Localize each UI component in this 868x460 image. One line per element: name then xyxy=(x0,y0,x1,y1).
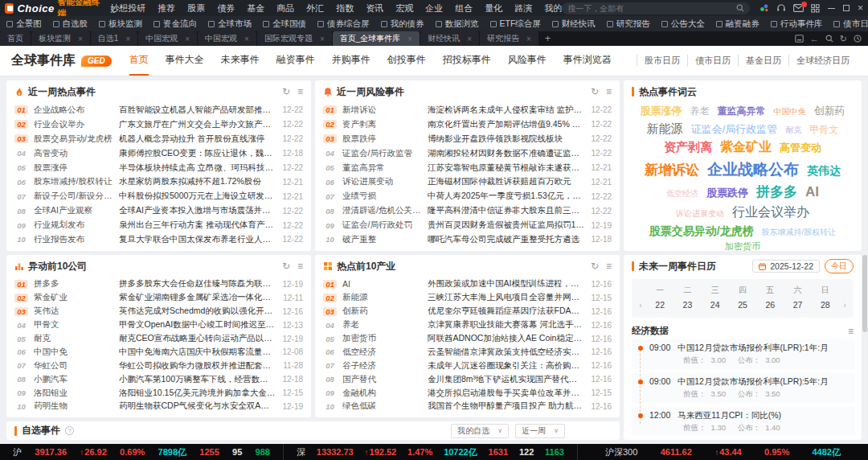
calendar-link[interactable]: 股市日历 xyxy=(637,55,687,67)
event-row[interactable]: 10 行业报告发布 复旦大学联合中国太保发布养老行业人才供需白皮书 12-22 xyxy=(14,234,303,245)
event-row[interactable]: 02 紫金矿业 紫金矿业湖南锂多金属矿采选冶一体化项目正式投产 12-11 xyxy=(14,292,303,303)
cloud-word[interactable]: 证监会/局行政监管 xyxy=(691,121,778,138)
cloud-word[interactable]: AI xyxy=(805,182,819,203)
prev-week-icon[interactable]: ‹ xyxy=(635,300,646,310)
cloud-word[interactable]: 行业会议举办 xyxy=(732,203,809,223)
main-menu-item[interactable]: 债券 xyxy=(217,2,235,14)
tab-close-icon[interactable]: × xyxy=(125,35,130,43)
event-row[interactable]: 01 拼多多 拼多多股东大会任命赵佳臻与陈磊为联席董事长兼CEO 12-19 xyxy=(14,278,303,290)
event-row[interactable]: 02 行业会议举办 广东文旅厅在广州文交会上举办文旅产业招商活动 12-22 xyxy=(14,119,303,130)
page-nav-item[interactable]: 创投事件 xyxy=(387,46,426,76)
event-row[interactable]: 09 金融机构 港交所拟启动港股每手买卖单位改革并启动市场咨询 12-15 xyxy=(323,388,612,399)
filter-dropdown[interactable]: 我的自选 ∨ xyxy=(451,424,509,438)
close-button[interactable]: × xyxy=(858,4,863,12)
main-menu-item[interactable]: 企业 xyxy=(425,2,443,14)
cloud-word[interactable]: 养老 xyxy=(690,104,710,119)
list-menu-icon[interactable]: ≡ xyxy=(848,326,854,337)
toolbar-item[interactable]: 财经快讯 xyxy=(552,18,596,30)
event-row[interactable]: 06 诉讼进展变动 正海磁材国际仲裁胜诉获赔超百万欧元 12-21 xyxy=(323,176,612,187)
refresh-icon[interactable]: ↻ xyxy=(591,261,599,272)
date-picker[interactable]: 2025-12-22 xyxy=(752,260,820,273)
calendar-day[interactable]: 26 xyxy=(762,298,778,312)
event-row[interactable]: 05 董监高异常 江苏安靠智电原董秘黄节根敲诈未遂获刑7年 12-21 xyxy=(323,162,612,174)
cloud-word[interactable]: 创新药 xyxy=(814,103,845,119)
page-nav-item[interactable]: 并购事件 xyxy=(332,46,371,76)
toolbar-item[interactable]: 行动事件库 xyxy=(771,18,823,30)
event-row[interactable]: 02 资产剥离 南京化纤置出资产加期评估增值9.45% 长期股权评估增值超490… xyxy=(323,119,612,130)
history-clock-icon[interactable] xyxy=(854,35,862,43)
maximize-button[interactable] xyxy=(843,5,850,11)
main-menu-item[interactable]: 资讯 xyxy=(366,2,383,14)
tab[interactable]: 中国宏观 × xyxy=(198,31,256,46)
calendar-link[interactable]: 债市日历 xyxy=(687,55,738,67)
calendar-day[interactable]: 28 xyxy=(817,298,833,312)
toolbar-item[interactable]: 研究报告 xyxy=(607,18,650,30)
event-row[interactable]: 06 低空经济 云圣智能借京津冀政策支持低空经济实现营收数亿元增长 12-16 xyxy=(323,347,612,358)
list-menu-icon[interactable]: ≡ xyxy=(606,261,612,272)
scrollbar-track[interactable] xyxy=(862,80,867,441)
event-row[interactable]: 05 加密货币 阿联酋ADNOC加油站接入AE Coin稳定币支付 加速加密货币… xyxy=(323,333,612,344)
search-input[interactable] xyxy=(567,4,732,13)
main-menu-item[interactable]: 基金 xyxy=(247,2,264,14)
event-row[interactable]: 02 新能源 三峡江苏大丰海上风电项目全容量并网，我国深远海风电突破 12-15 xyxy=(323,292,612,303)
econ-item[interactable]: 09:00 中国12月贷款市场报价利率(LPR):1年:月 前值：3.00 公布… xyxy=(632,339,855,369)
sh-value[interactable]: 3917.36 xyxy=(35,447,67,457)
cloud-word[interactable]: 紫金矿业 xyxy=(720,138,772,158)
event-row[interactable]: 07 华虹公司 华虹公司拟收购华力微股权并推进配套融资 11-28 xyxy=(14,360,303,372)
calendar-day[interactable]: 27 xyxy=(790,298,806,312)
cloud-word[interactable]: 诉讼进展变动 xyxy=(676,207,724,220)
search-icon[interactable] xyxy=(736,4,744,12)
event-row[interactable]: 07 业绩亏损 中荷人寿2025年一季度亏损1.53亿元，高增长背后现盈利波动 … xyxy=(323,191,612,202)
event-row[interactable]: 05 股票涨停 半导体板块持续走高 立昂微、珂玛科技涨停 12-22 xyxy=(14,162,303,174)
undo-icon[interactable]: ↻ xyxy=(840,34,847,44)
event-row[interactable]: 08 全球AI产业观察 全球AI产业资本投入激增与市场震荡并存，技术变革引发认知… xyxy=(14,205,303,216)
help-icon[interactable]: ? xyxy=(65,426,74,435)
scrollbar-thumb[interactable] xyxy=(862,255,867,332)
event-row[interactable]: 04 甲骨文 甲骨文OpenAI数据中心竣工时间推迟至2028年，股价应声下跌6… xyxy=(14,319,303,331)
toolbar-item[interactable]: ETF综合屏 xyxy=(490,18,541,30)
toolbar-item[interactable]: 融资融券 xyxy=(716,18,760,30)
event-row[interactable]: 07 新设子公司/新设分支... 中科股份拟投5000万元在上海设立研发总部 1… xyxy=(14,191,303,202)
refresh-icon[interactable]: ↻ xyxy=(282,261,290,272)
cloud-word[interactable]: 股票跌停 xyxy=(706,185,748,201)
toolbar-item[interactable]: 公告大全 xyxy=(661,18,705,30)
sz-value[interactable]: 13332.73 xyxy=(317,447,354,457)
tab-close-icon[interactable]: × xyxy=(320,35,325,43)
cloud-word[interactable]: 英伟达 xyxy=(807,162,841,180)
event-row[interactable]: 04 证监会/局行政监管 湖南湘投轻材因财务数据不准确遭证监会警示 12-22 xyxy=(323,148,612,159)
page-nav-item[interactable]: 招投标事件 xyxy=(443,46,491,76)
tab[interactable]: 首页_全球事件库 × xyxy=(333,31,420,46)
event-row[interactable]: 03 股票跌停 博纳影业开盘跌停领跌影视院线板块 12-22 xyxy=(323,133,612,145)
toolbar-item[interactable]: 债市日历 xyxy=(833,18,868,30)
toolbar-item[interactable]: 债券综合屏 xyxy=(317,18,370,30)
cloud-word[interactable]: 新增诉讼 xyxy=(645,160,699,181)
cloud-word[interactable]: 企业战略公布 xyxy=(707,158,799,181)
calendar-link[interactable]: 基金日历 xyxy=(738,55,788,67)
event-row[interactable]: 10 绿色低碳 我国首个生物甲醇量产项目投产 助力航运业脱碳 12-16 xyxy=(323,400,612,412)
tab[interactable]: 板块监测 × xyxy=(31,31,90,46)
event-row[interactable]: 01 AI 外围政策或加速中国AI模型训练进程，博通AI芯片销售同比增74% 1… xyxy=(323,278,612,290)
tab-close-icon[interactable]: × xyxy=(244,35,249,43)
main-menu-item[interactable]: 量化 xyxy=(485,2,502,14)
cloud-word[interactable]: 甲骨文 xyxy=(809,122,838,138)
list-menu-icon[interactable]: ≡ xyxy=(606,86,612,97)
page-nav-item[interactable]: 融资事件 xyxy=(276,46,315,76)
refresh-icon[interactable]: ↻ xyxy=(591,86,599,97)
hs300-label[interactable]: 沪深300 xyxy=(605,446,637,458)
toolbar-item[interactable]: 全球国债 xyxy=(263,18,306,30)
cloud-word[interactable]: 耐克 xyxy=(785,124,801,137)
main-menu-item[interactable]: 我的 xyxy=(544,2,562,14)
main-menu-item[interactable]: 指数 xyxy=(336,2,354,14)
tab-close-icon[interactable]: × xyxy=(407,35,412,43)
tab[interactable]: 研究报告 × xyxy=(480,31,538,46)
event-row[interactable]: 06 中国中免 中国中免海南六店国庆中秋假期客流量破45万 销售额达8亿元 12… xyxy=(14,347,303,358)
main-menu-item[interactable]: 路演 xyxy=(514,2,532,14)
cloud-word[interactable]: 董监高异常 xyxy=(718,104,766,119)
event-row[interactable]: 08 小鹏汽车 小鹏汽车第100万辆整车下线，经营数据发布成功渡过危机期 12-… xyxy=(14,374,303,385)
sz-label[interactable]: 深 xyxy=(297,446,305,458)
toolbar-item[interactable]: 全景图 xyxy=(6,18,42,30)
calendar-day[interactable]: 24 xyxy=(707,298,723,312)
cloud-word[interactable]: 股东增减持/股权转让 xyxy=(762,226,837,239)
event-row[interactable]: 08 澄清辟谣/危机公关事件 隆平高科澄清中信证券非大股东且前三大股东无减持行为… xyxy=(323,205,612,216)
minimize-button[interactable] xyxy=(828,8,835,9)
